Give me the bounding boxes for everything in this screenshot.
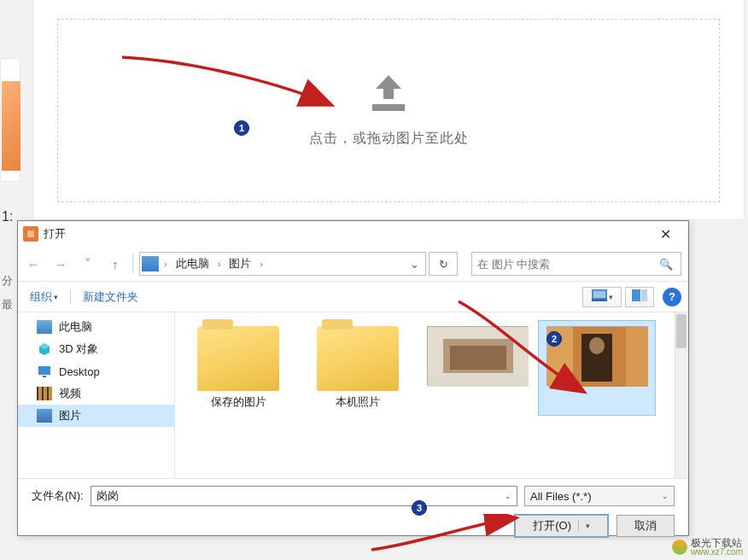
svg-rect-18 bbox=[626, 327, 648, 387]
desktop-icon bbox=[37, 365, 52, 378]
sidebar-item-videos[interactable]: 视频 bbox=[18, 382, 174, 405]
svg-point-16 bbox=[589, 337, 605, 354]
3d-objects-icon bbox=[37, 342, 52, 356]
sidebar-item-this-pc[interactable]: 此电脑 bbox=[18, 316, 174, 338]
thumbnail-card-fill bbox=[2, 81, 20, 171]
drop-zone-panel: 点击，或拖动图片至此处 bbox=[32, 0, 745, 220]
refresh-icon: ↻ bbox=[439, 258, 448, 271]
watermark-line1: 极光下载站 bbox=[691, 538, 743, 548]
new-folder-button[interactable]: 新建文件夹 bbox=[78, 286, 143, 308]
toolbar: 组织▾ 新建文件夹 ▾ ? bbox=[18, 281, 688, 312]
app-icon bbox=[23, 226, 38, 242]
breadcrumb-icon bbox=[142, 256, 159, 271]
refresh-button[interactable]: ↻ bbox=[429, 252, 458, 276]
nav-up-button[interactable]: ↑ bbox=[103, 252, 127, 276]
file-open-dialog: 打开 ✕ ← → ˅ ↑ › 此电脑 › 图片 › ⌄ ↻ 🔍 组织▾ 新建文件… bbox=[17, 220, 689, 536]
video-icon bbox=[37, 387, 52, 400]
upload-drop-area[interactable]: 点击，或拖动图片至此处 bbox=[57, 19, 720, 202]
button-separator bbox=[578, 520, 579, 532]
chevron-right-icon: › bbox=[162, 259, 169, 269]
filename-value: 岗岗 bbox=[96, 488, 119, 504]
background-panel: 1: 分 最 点击，或拖动图片至此处 bbox=[0, 0, 748, 222]
dialog-title: 打开 bbox=[44, 226, 647, 242]
annotation-badge-2: 2 bbox=[546, 331, 562, 347]
cancel-button[interactable]: 取消 bbox=[617, 515, 675, 537]
file-item-saved-pictures[interactable]: 保存的图片 bbox=[180, 321, 296, 415]
chevron-down-icon: ⌄ bbox=[505, 492, 511, 500]
item-label: 本机照片 bbox=[336, 394, 380, 410]
upload-icon bbox=[364, 73, 413, 114]
nav-recent-button[interactable]: ˅ bbox=[76, 252, 100, 276]
drop-hint-text: 点击，或拖动图片至此处 bbox=[309, 130, 469, 148]
breadcrumb-dropdown[interactable]: ⌄ bbox=[405, 253, 424, 275]
sidebar: 此电脑 3D 对象 Desktop 视频 图片 bbox=[18, 312, 175, 478]
meta-line-1: 分 bbox=[2, 273, 13, 289]
item-label: 保存的图片 bbox=[211, 394, 266, 410]
breadcrumb-folder[interactable]: 图片 bbox=[224, 256, 256, 271]
sidebar-item-label: 3D 对象 bbox=[59, 341, 98, 357]
annotation-badge-1: 1 bbox=[234, 120, 249, 136]
help-icon: ? bbox=[669, 290, 675, 303]
svg-rect-13 bbox=[428, 375, 529, 387]
search-box[interactable]: 🔍 bbox=[471, 252, 681, 276]
file-item-image-1[interactable] bbox=[419, 321, 535, 415]
svg-rect-12 bbox=[450, 346, 506, 370]
breadcrumb[interactable]: › 此电脑 › 图片 › ⌄ bbox=[139, 252, 426, 276]
pictures-icon bbox=[37, 409, 52, 423]
folder-icon bbox=[317, 326, 399, 391]
svg-rect-2 bbox=[27, 230, 34, 237]
chevron-down-icon: ▾ bbox=[609, 293, 613, 301]
filename-label: 文件名(N): bbox=[32, 488, 84, 504]
scrollbar-thumb[interactable] bbox=[676, 314, 687, 348]
open-button[interactable]: 打开(O) ▾ bbox=[515, 515, 608, 537]
filename-combobox[interactable]: 岗岗 ⌄ bbox=[91, 486, 517, 506]
toolbar-separator bbox=[70, 290, 71, 304]
folder-icon bbox=[197, 326, 279, 391]
search-icon: 🔍 bbox=[657, 258, 675, 271]
svg-rect-8 bbox=[38, 366, 50, 375]
image-thumbnail bbox=[546, 326, 647, 386]
arrow-right-icon: → bbox=[55, 257, 67, 271]
vertical-scrollbar[interactable] bbox=[675, 312, 688, 478]
sidebar-item-label: 图片 bbox=[59, 408, 81, 423]
dialog-titlebar: 打开 ✕ bbox=[18, 221, 688, 247]
nav-forward-button[interactable]: → bbox=[49, 252, 73, 276]
help-button[interactable]: ? bbox=[663, 288, 681, 306]
watermark-logo-icon bbox=[672, 540, 687, 555]
sidebar-item-3d-objects[interactable]: 3D 对象 bbox=[18, 338, 174, 360]
file-item-camera-roll[interactable]: 本机照片 bbox=[300, 321, 416, 415]
sidebar-item-desktop[interactable]: Desktop bbox=[18, 360, 174, 382]
sidebar-item-label: 此电脑 bbox=[59, 319, 92, 335]
view-mode-button[interactable]: ▾ bbox=[582, 287, 622, 307]
chevron-down-icon: ▾ bbox=[586, 522, 590, 530]
chevron-right-icon: › bbox=[216, 259, 223, 269]
arrow-up-icon: ↑ bbox=[112, 257, 119, 271]
dialog-body: 此电脑 3D 对象 Desktop 视频 图片 bbox=[18, 312, 688, 479]
preview-pane-button[interactable] bbox=[625, 287, 654, 307]
nav-separator bbox=[132, 254, 134, 273]
chevron-down-icon: ▾ bbox=[54, 293, 58, 301]
file-list-pane[interactable]: 保存的图片 本机照片 bbox=[175, 312, 688, 478]
organize-button[interactable]: 组织▾ bbox=[25, 286, 63, 308]
navigation-row: ← → ˅ ↑ › 此电脑 › 图片 › ⌄ ↻ 🔍 bbox=[18, 247, 688, 281]
search-input[interactable] bbox=[477, 258, 657, 271]
preview-icon bbox=[632, 289, 647, 304]
chevron-down-icon: ⌄ bbox=[662, 492, 669, 500]
close-button[interactable]: ✕ bbox=[647, 221, 683, 247]
watermark-line2: www.xz7.com bbox=[691, 548, 743, 557]
sidebar-item-label: Desktop bbox=[59, 365, 100, 378]
arrow-left-icon: ← bbox=[27, 257, 40, 271]
chevron-down-icon: ˅ bbox=[85, 256, 91, 271]
file-type-filter[interactable]: All Files (*.*) ⌄ bbox=[524, 486, 675, 506]
svg-rect-0 bbox=[372, 104, 405, 111]
svg-rect-7 bbox=[641, 289, 647, 301]
nav-back-button[interactable]: ← bbox=[21, 252, 45, 276]
sidebar-item-pictures[interactable]: 图片 bbox=[18, 405, 174, 427]
chevron-down-icon: ⌄ bbox=[410, 258, 419, 271]
pc-icon bbox=[37, 320, 52, 334]
image-thumbnail bbox=[427, 326, 528, 386]
filter-value: All Files (*.*) bbox=[530, 490, 592, 503]
watermark: 极光下载站 www.xz7.com bbox=[672, 538, 743, 557]
breadcrumb-root[interactable]: 此电脑 bbox=[171, 256, 214, 271]
thumbnail-view-icon bbox=[592, 289, 607, 304]
